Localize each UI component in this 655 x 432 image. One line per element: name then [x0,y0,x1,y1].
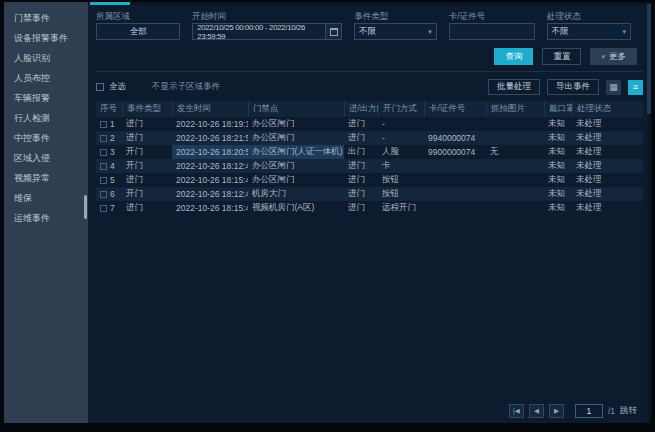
prev-page-button[interactable]: ◀ [529,404,544,418]
first-page-button[interactable]: |◀ [509,404,524,418]
row-checkbox[interactable] [100,191,107,198]
sidebar-item[interactable]: 区域入侵 [4,148,88,168]
table-row[interactable]: 4开门2022-10-26 18:12:49办公区闸门进门卡未知未处理 [96,159,643,173]
cell-capture [486,201,544,215]
sidebar-item[interactable]: 中控事件 [4,128,88,148]
cell-door: 办公区闸门 [248,131,344,145]
list-view-button[interactable]: ≡ [628,80,643,95]
sidebar-item[interactable]: 行人检测 [4,108,88,128]
page-total: /1 [608,406,615,416]
cell-type: 开门 [122,145,172,159]
next-page-button[interactable]: ▶ [549,404,564,418]
more-button[interactable]: ▾ 更多 [590,48,637,65]
divider [96,71,643,72]
card-no-input[interactable] [454,27,530,37]
table-toolbar: 全选 不显示子区域事件 批量处理 导出事件 ▦ ≡ [88,75,651,99]
row-seq: 5 [110,175,115,185]
column-header: 门禁点 [248,101,344,117]
table-row[interactable]: 3开门2022-10-26 18:20:53办公区闸门(人证一体机)出门人脸99… [96,145,643,159]
grid-view-button[interactable]: ▦ [606,80,621,95]
cell-status: 未处理 [572,173,643,187]
select-all-label[interactable]: 全选 [109,81,126,93]
table-row[interactable]: 5进门2022-10-26 18:15:44办公区闸门进门按钮未知未处理 [96,173,643,187]
search-button[interactable]: 查询 [494,48,533,65]
cell-card [424,187,486,201]
cell-status: 未处理 [572,159,643,173]
cell-dir: 进门 [344,117,378,131]
cell-time: 2022-10-26 18:21:55 [172,131,248,145]
events-table: 序号事件类型发生时间门禁点进/出方向开门方式卡/证件号抓拍图片戴口罩处理状态 1… [96,101,643,423]
cell-status: 未处理 [572,201,643,215]
export-events-button[interactable]: 导出事件 [547,79,599,95]
row-checkbox[interactable] [100,121,107,128]
cell-card [424,201,486,215]
row-seq: 1 [110,119,115,129]
sidebar-scrollbar-thumb[interactable] [84,195,87,219]
cell-status: 未处理 [572,187,643,201]
cell-mask: 未知 [544,201,572,215]
cell-seq: 3 [96,145,122,159]
row-seq: 6 [110,189,115,199]
cell-card [424,117,486,131]
page-input[interactable] [575,404,603,418]
content-scrollbar-thumb[interactable] [647,4,651,114]
card-no-label: 卡/证件号 [449,10,535,23]
row-checkbox[interactable] [100,149,107,156]
cell-capture [486,173,544,187]
status-select[interactable]: 不限 ▾ [547,23,631,40]
cell-seq: 7 [96,201,122,215]
row-checkbox[interactable] [100,205,107,212]
cell-seq: 6 [96,187,122,201]
sidebar-item[interactable]: 设备报警事件 [4,28,88,48]
row-checkbox[interactable] [100,177,107,184]
column-header: 事件类型 [122,101,172,117]
table-row[interactable]: 2进门2022-10-26 18:21:55办公区闸门进门-9940000074… [96,131,643,145]
cell-method: 远程开门 [378,201,424,215]
column-header: 序号 [96,101,122,117]
cell-mask: 未知 [544,187,572,201]
sidebar-item[interactable]: 运维事件 [4,208,88,228]
sidebar-item[interactable]: 人脸识别 [4,48,88,68]
table-row[interactable]: 1进门2022-10-26 18:19:15办公区闸门进门-未知未处理 [96,117,643,131]
cell-time: 2022-10-26 18:12:49 [172,159,248,173]
table-row[interactable]: 6开门2022-10-26 18:12:45机房大门进门按钮未知未处理 [96,187,643,201]
time-label: 开始时间 [192,10,342,23]
page-jump-link[interactable]: 跳转 [620,405,637,417]
cell-mask: 未知 [544,159,572,173]
calendar-button[interactable] [326,23,342,40]
app-window: 门禁事件设备报警事件人脸识别人员布控车辆报警行人检测中控事件区域入侵视频异常维保… [4,2,651,423]
column-header: 进/出方向 [344,101,378,117]
content-scrollbar[interactable] [647,2,651,423]
cell-method: 按钮 [378,187,424,201]
cell-seq: 4 [96,159,122,173]
sidebar-item[interactable]: 视频异常 [4,168,88,188]
reset-button[interactable]: 重置 [542,48,581,65]
row-checkbox[interactable] [100,135,107,142]
cell-dir: 进门 [344,201,378,215]
cell-type: 进门 [122,201,172,215]
sidebar-item[interactable]: 人员布控 [4,68,88,88]
cell-method: 卡 [378,159,424,173]
status-label: 处理状态 [547,10,631,23]
select-all-checkbox[interactable] [96,83,104,91]
sidebar-item[interactable]: 车辆报警 [4,88,88,108]
event-type-select[interactable]: 不限 ▾ [354,23,437,40]
cell-method: - [378,117,424,131]
cell-door: 办公区闸门 [248,159,344,173]
filter-hint-text: 不显示子区域事件 [152,81,220,93]
table-row[interactable]: 7进门2022-10-26 18:15:41视频机房门(A区)进门远程开门未知未… [96,201,643,215]
cell-mask: 未知 [544,131,572,145]
filter-panel: 所属区域 全部 开始时间 2022/10/25 00:00:00 - 2022/… [88,5,651,72]
field-time: 开始时间 2022/10/25 00:00:00 - 2022/10/26 23… [192,10,342,40]
batch-handle-button[interactable]: 批量处理 [488,79,540,95]
field-card-no: 卡/证件号 [449,10,535,40]
sidebar-item[interactable]: 维保 [4,188,88,208]
cell-capture [486,117,544,131]
cell-capture [486,159,544,173]
pagination: |◀ ◀ ▶ /1 跳转 [509,404,637,418]
cell-type: 开门 [122,159,172,173]
sidebar-item[interactable]: 门禁事件 [4,8,88,28]
area-select[interactable]: 全部 [96,23,180,40]
row-checkbox[interactable] [100,163,107,170]
time-range-input[interactable]: 2022/10/25 00:00:00 - 2022/10/26 23:59:5… [192,23,326,40]
